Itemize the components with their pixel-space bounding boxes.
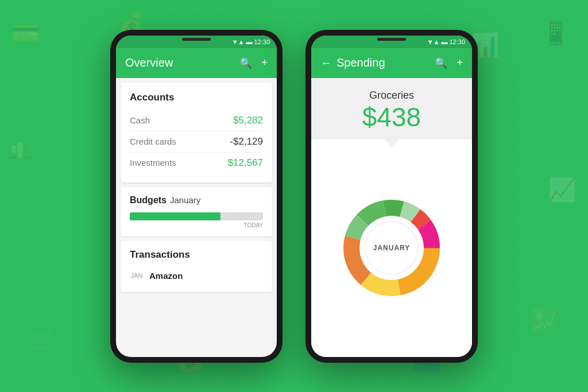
search-icon-1[interactable]: 🔍 bbox=[239, 57, 252, 69]
transactions-title: Transactions bbox=[130, 249, 263, 261]
phone1-screen: ▼▲ ▬ 12:30 Overview 🔍 + Accounts Cash $5… bbox=[116, 36, 277, 357]
donut-chart: JANUARY bbox=[334, 191, 449, 305]
add-icon-1[interactable]: + bbox=[261, 57, 268, 69]
accounts-card: Accounts Cash $5,282 Credit cards -$2,12… bbox=[121, 83, 272, 183]
status-icons-1: ▼▲ ▬ 12:30 bbox=[232, 38, 270, 45]
back-arrow-icon[interactable]: ← bbox=[320, 56, 332, 69]
spending-triangle bbox=[385, 139, 399, 148]
signal-icon-2: ▼▲ bbox=[427, 38, 440, 45]
app-bar-actions-1: 🔍 + bbox=[239, 57, 268, 69]
battery-icon-2: ▬ bbox=[441, 38, 447, 45]
trans-name-amazon: Amazon bbox=[149, 271, 183, 281]
progress-bar-container bbox=[130, 212, 263, 220]
transaction-row-amazon[interactable]: JAN Amazon bbox=[130, 267, 263, 284]
account-row-investments[interactable]: Investments $12,567 bbox=[130, 153, 263, 173]
budgets-header: Budgets January bbox=[130, 195, 263, 205]
app-bar-actions-2: 🔍 + bbox=[435, 57, 463, 69]
credit-value: -$2,129 bbox=[230, 136, 263, 148]
time-display-2: 12:30 bbox=[449, 38, 465, 45]
account-row-cash[interactable]: Cash $5,282 bbox=[130, 110, 263, 131]
phone-overview: ▼▲ ▬ 12:30 Overview 🔍 + Accounts Cash $5… bbox=[110, 30, 283, 363]
search-icon-2[interactable]: 🔍 bbox=[435, 57, 447, 69]
add-icon-2[interactable]: + bbox=[457, 57, 463, 69]
cash-label: Cash bbox=[130, 115, 150, 125]
battery-icon: ▬ bbox=[246, 38, 252, 45]
today-label: TODAY bbox=[130, 222, 263, 228]
phone-spending: ▼▲ ▬ 12:30 ← Spending 🔍 + Groceries $438 bbox=[305, 30, 478, 363]
phone-speaker bbox=[182, 38, 211, 41]
budgets-title: Budgets bbox=[130, 195, 167, 205]
signal-icon: ▼▲ bbox=[232, 38, 245, 45]
chart-container: JANUARY bbox=[311, 139, 472, 357]
trans-month: JAN bbox=[130, 272, 144, 279]
status-icons-2: ▼▲ ▬ 12:30 bbox=[427, 38, 465, 45]
spending-amount: $438 bbox=[320, 104, 463, 130]
investments-label: Investments bbox=[130, 158, 176, 168]
budgets-section: Budgets January TODAY bbox=[121, 187, 272, 236]
donut-center-label: JANUARY bbox=[366, 222, 417, 274]
investments-value: $12,567 bbox=[228, 157, 263, 169]
time-display-1: 12:30 bbox=[254, 38, 270, 45]
credit-label: Credit cards bbox=[130, 137, 176, 146]
phone1-content: Accounts Cash $5,282 Credit cards -$2,12… bbox=[116, 78, 277, 357]
spending-title: Spending bbox=[336, 56, 385, 69]
app-bar-overview: Overview 🔍 + bbox=[116, 48, 277, 78]
progress-bar-fill bbox=[130, 212, 220, 220]
account-row-credit[interactable]: Credit cards -$2,129 bbox=[130, 131, 263, 153]
background-decorations: 💳 💰 📊 📱 💵 🛒 💹 📈 💰 🏧 bbox=[0, 0, 588, 392]
spending-header: Groceries $438 bbox=[311, 78, 472, 139]
spending-category: Groceries bbox=[320, 90, 463, 102]
accounts-title: Accounts bbox=[130, 92, 263, 103]
app-bar-spending: ← Spending 🔍 + bbox=[311, 48, 472, 78]
cash-value: $5,282 bbox=[233, 115, 263, 126]
transactions-section: Transactions JAN Amazon bbox=[121, 241, 272, 292]
budgets-month: January bbox=[170, 195, 200, 205]
phone2-screen: ▼▲ ▬ 12:30 ← Spending 🔍 + Groceries $438 bbox=[311, 36, 472, 357]
overview-title: Overview bbox=[125, 56, 173, 69]
app-bar-left: ← Spending bbox=[320, 56, 385, 69]
phone-speaker-2 bbox=[377, 38, 406, 41]
